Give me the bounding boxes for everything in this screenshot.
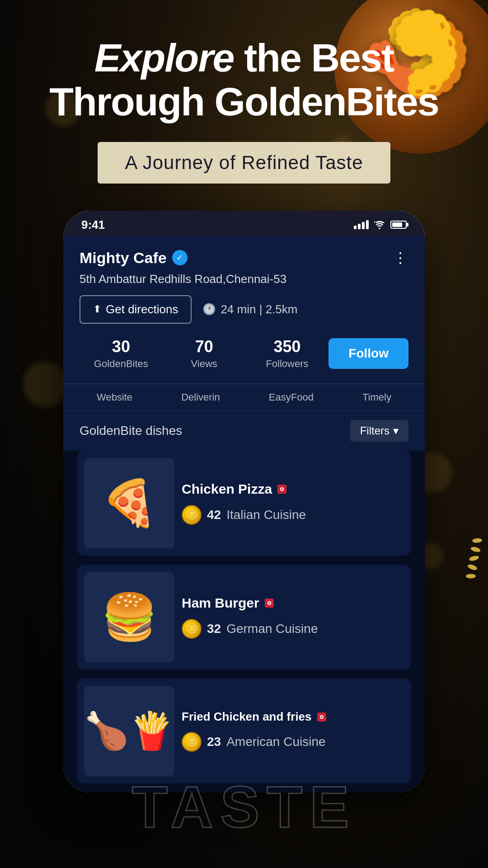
- app-body: Mighty Cafe ✓ ⋮ 5th Ambattur Redhills Ro…: [63, 236, 425, 793]
- golden-coin-icon: 🪙: [182, 732, 202, 752]
- cafe-name-group: Mighty Cafe ✓: [80, 249, 188, 267]
- main-content: Explore the BestThrough GoldenBites A Jo…: [0, 0, 488, 868]
- cafe-address: 5th Ambattur Redhills Road,Chennai-53: [80, 272, 408, 286]
- directions-arrow-icon: ⬆: [93, 303, 101, 315]
- nonveg-indicator: [317, 712, 326, 722]
- clock-icon: 🕐: [202, 303, 216, 316]
- dish-image-fried-chicken: 🍗🍟: [84, 686, 174, 776]
- dish-stats-row: 🪙 23 American Cuisine: [182, 732, 404, 752]
- nonveg-indicator: [265, 599, 274, 608]
- cafe-header: Mighty Cafe ✓ ⋮ 5th Ambattur Redhills Ro…: [63, 236, 425, 384]
- more-options-button[interactable]: ⋮: [393, 249, 408, 266]
- dish-image-chicken-pizza: 🍕: [84, 458, 174, 548]
- dish-image-ham-burger: 🍔: [84, 572, 174, 662]
- status-bar: 9:41: [63, 211, 425, 236]
- golden-coin-icon: 🪙: [182, 505, 202, 525]
- followers-label: Followers: [266, 358, 308, 370]
- dish-name-row: Chicken Pizza: [182, 481, 404, 497]
- dish-stats-row: 🪙 42 Italian Cuisine: [182, 505, 404, 525]
- section-title: GoldenBite dishes: [80, 424, 182, 438]
- dish-name-row: Ham Burger: [182, 595, 404, 611]
- dish-name-text: Fried Chicken and fries: [182, 710, 312, 724]
- dish-cuisine: German Cuisine: [226, 622, 318, 636]
- stat-followers: 350 Followers: [246, 337, 329, 370]
- dish-name-text: Chicken Pizza: [182, 481, 272, 497]
- phone-mockup: 9:41: [63, 211, 425, 793]
- quick-link-timely[interactable]: Timely: [362, 392, 391, 403]
- chevron-down-icon: ▾: [393, 425, 399, 437]
- cafe-actions: ⬆ Get directions 🕐 24 min | 2.5km: [80, 295, 408, 324]
- filters-label: Filters: [360, 425, 389, 437]
- get-directions-button[interactable]: ⬆ Get directions: [80, 295, 192, 324]
- quick-link-website[interactable]: Website: [97, 392, 132, 403]
- directions-label: Get directions: [106, 302, 178, 316]
- dish-card-fried-chicken[interactable]: 🍗🍟 Fried Chicken and fries 🪙 23 A: [77, 679, 411, 783]
- quick-links-bar: Website Deliverin EasyFood Timely: [63, 384, 425, 410]
- dish-info-chicken-pizza: Chicken Pizza 🪙 42 Italian Cuisine: [182, 472, 411, 534]
- taste-text: TASTE: [132, 773, 356, 841]
- dish-name-row: Fried Chicken and fries: [182, 710, 404, 724]
- status-icons: [354, 220, 407, 230]
- coin-count: 23: [207, 735, 221, 749]
- views-label: Views: [191, 358, 217, 370]
- distance-text: 24 min | 2.5km: [221, 302, 297, 316]
- dish-cuisine: Italian Cuisine: [226, 508, 306, 522]
- cafe-name-text: Mighty Cafe: [80, 249, 167, 267]
- subtitle-banner: A Journey of Refined Taste: [98, 142, 390, 184]
- verified-badge: ✓: [172, 250, 188, 265]
- dish-card-chicken-pizza[interactable]: 🍕 Chicken Pizza 🪙 42 Italian Cuisi: [77, 451, 411, 556]
- views-count: 70: [195, 337, 213, 356]
- goldenbites-count: 30: [112, 337, 130, 356]
- followers-count: 350: [273, 337, 300, 356]
- dish-name-text: Ham Burger: [182, 595, 259, 611]
- signal-icon: [354, 220, 369, 229]
- quick-link-deliverin[interactable]: Deliverin: [181, 392, 220, 403]
- dish-info-fried-chicken: Fried Chicken and fries 🪙 23 American Cu…: [182, 701, 411, 761]
- golden-coin-icon: 🪙: [182, 619, 202, 639]
- follow-button[interactable]: Follow: [328, 338, 408, 369]
- hero-section: Explore the BestThrough GoldenBites: [22, 36, 466, 124]
- battery-icon: [390, 221, 407, 229]
- dish-info-ham-burger: Ham Burger 🪙 32 German Cuisine: [182, 586, 411, 648]
- distance-info: 🕐 24 min | 2.5km: [202, 302, 297, 316]
- stats-row: 30 GoldenBites 70 Views 350 Followers Fo…: [80, 337, 408, 374]
- wifi-icon: [373, 220, 386, 230]
- hero-title-explore: Explore: [94, 35, 234, 80]
- coin-count: 42: [207, 508, 221, 522]
- dish-stats-row: 🪙 32 German Cuisine: [182, 619, 404, 639]
- stat-goldenbites: 30 GoldenBites: [80, 337, 163, 370]
- nonveg-indicator: [277, 485, 286, 494]
- subtitle-text: A Journey of Refined Taste: [125, 152, 363, 173]
- stat-views: 70 Views: [163, 337, 246, 370]
- coin-count: 32: [207, 622, 221, 636]
- taste-watermark: TASTE: [132, 773, 356, 841]
- goldenbites-label: GoldenBites: [94, 358, 148, 370]
- dish-card-ham-burger[interactable]: 🍔 Ham Burger 🪙 32 German Cuisine: [77, 565, 411, 670]
- section-header: GoldenBite dishes Filters ▾: [63, 410, 425, 451]
- status-time: 9:41: [81, 218, 105, 232]
- dish-cuisine: American Cuisine: [226, 735, 325, 749]
- quick-link-easyfood[interactable]: EasyFood: [269, 392, 314, 403]
- cafe-name-row: Mighty Cafe ✓ ⋮: [80, 249, 408, 267]
- filters-button[interactable]: Filters ▾: [350, 420, 408, 442]
- dishes-list: 🍕 Chicken Pizza 🪙 42 Italian Cuisi: [63, 451, 425, 793]
